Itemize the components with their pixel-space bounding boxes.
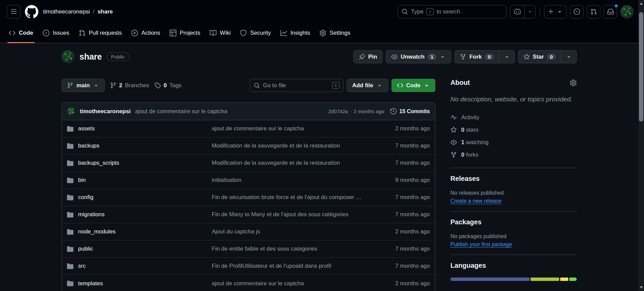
repo-forked-icon <box>450 152 457 158</box>
fork-button[interactable]: Fork 0 <box>454 50 499 63</box>
scroll-down-arrow[interactable] <box>638 285 644 290</box>
create-release-link[interactable]: Create a new release <box>450 198 502 204</box>
table-row: backups Modification de la sauvegarde et… <box>62 137 435 155</box>
language-segment <box>560 278 568 281</box>
branch-selector[interactable]: main <box>62 79 105 92</box>
issues-dashboard-button[interactable] <box>570 5 583 19</box>
tab-issues[interactable]: Issues <box>38 23 74 43</box>
folder-icon <box>67 126 73 132</box>
tab-settings[interactable]: Settings <box>315 23 355 43</box>
tab-security[interactable]: Security <box>235 23 275 43</box>
fork-dropdown-button[interactable] <box>499 50 515 63</box>
row-commit-message-link[interactable]: Fin de Many to Many et de l'ajout des so… <box>212 211 373 218</box>
eye-icon <box>450 139 457 146</box>
branches-link[interactable]: 2 Branches <box>110 82 149 89</box>
tab-projects[interactable]: Projects <box>165 23 205 43</box>
star-icon <box>450 127 457 133</box>
commit-history-link[interactable]: 15 Commits <box>390 108 430 115</box>
copilot-button[interactable] <box>510 5 525 18</box>
hamburger-menu-button[interactable] <box>7 5 20 19</box>
releases-empty-text: No releases published <box>450 190 577 196</box>
commit-sha-time[interactable]: 2d0742a · 2 months ago <box>328 108 384 114</box>
tab-pull-requests[interactable]: Pull requests <box>74 23 127 43</box>
stars-label: stars <box>466 127 478 133</box>
file-name-link[interactable]: migrations <box>78 211 104 218</box>
row-commit-message-link[interactable]: ajout de commentaire sur le captcha <box>212 125 373 132</box>
current-branch-label: main <box>76 82 90 89</box>
activity-link[interactable]: Activity <box>450 111 577 124</box>
vertical-scrollbar[interactable] <box>638 0 644 291</box>
language-bar[interactable] <box>450 278 577 281</box>
file-name-link[interactable]: config <box>78 194 93 201</box>
tab-insights[interactable]: Insights <box>276 23 315 43</box>
file-name-link[interactable]: backups_scripts <box>78 160 119 166</box>
go-to-file-input[interactable]: Go to file t <box>250 79 343 92</box>
fork-count-badge: 0 <box>485 54 494 60</box>
git-pull-request-icon <box>79 30 86 36</box>
publish-package-link[interactable]: Publish your first package <box>450 241 512 247</box>
tab-code[interactable]: Code <box>4 23 38 43</box>
git-branch-icon <box>110 82 116 89</box>
search-placeholder-suffix: to search <box>437 8 460 15</box>
file-name-link[interactable]: public <box>78 246 93 252</box>
star-dropdown-button[interactable] <box>561 50 577 63</box>
scroll-up-arrow[interactable] <box>638 1 644 6</box>
file-name-link[interactable]: backups <box>78 142 99 149</box>
user-avatar[interactable] <box>620 5 634 19</box>
row-commit-message-link[interactable]: Fin de entite faible et des sous categor… <box>212 246 373 252</box>
code-download-button[interactable]: Code <box>392 79 436 92</box>
file-name-link[interactable]: bin <box>78 177 86 184</box>
edit-about-button[interactable] <box>570 79 577 86</box>
unwatch-button[interactable]: Unwatch 1 <box>386 50 451 63</box>
search-icon <box>254 83 260 89</box>
scrollbar-thumb[interactable] <box>639 12 643 122</box>
breadcrumb-owner-link[interactable]: timotheecaronepsi <box>43 8 90 15</box>
search-placeholder-prefix: Type <box>411 8 423 15</box>
row-commit-message-link[interactable]: Modification de la sauvegarde et de la r… <box>212 160 373 166</box>
row-commit-message-link[interactable]: Fin de ProfilUtilisateur et de l'upoald … <box>212 263 373 269</box>
row-commit-message-link[interactable]: initialisation <box>212 177 373 184</box>
file-name-link[interactable]: node_modules <box>78 228 116 235</box>
chevron-down-icon <box>566 54 572 60</box>
latest-commit-bar: timotheecaronepsi ajout de commentaire s… <box>62 103 435 120</box>
tab-wiki[interactable]: Wiki <box>205 23 235 43</box>
row-commit-message-link[interactable]: Ajout du captcha js <box>212 228 373 235</box>
table-row: public Fin de entite faible et des sous … <box>62 240 435 258</box>
tags-label: Tags <box>169 82 181 89</box>
commit-time: 2 months ago <box>353 108 384 114</box>
github-logo[interactable] <box>25 5 38 19</box>
language-segment <box>450 278 530 281</box>
file-name-link[interactable]: assets <box>78 125 95 132</box>
table-icon <box>170 30 176 36</box>
pull-requests-dashboard-button[interactable] <box>587 5 600 19</box>
forks-link[interactable]: 0 forks <box>450 149 577 161</box>
tags-link[interactable]: 0 Tags <box>155 82 181 89</box>
watching-link[interactable]: 1 watching <box>450 136 577 149</box>
global-search-input[interactable]: Type / to search <box>398 5 507 19</box>
packages-section: Packages No packages published Publish y… <box>450 218 577 255</box>
inbox-button[interactable] <box>604 5 617 19</box>
stars-link[interactable]: 0 stars <box>450 124 577 136</box>
create-new-button[interactable] <box>544 5 567 19</box>
commit-author-link[interactable]: timotheecaronepsi <box>80 108 131 115</box>
activity-label: Activity <box>461 114 479 121</box>
file-name-link[interactable]: templates <box>78 280 103 287</box>
repo-owner-avatar <box>62 50 75 63</box>
row-commit-message-link[interactable]: ajout de commentaire sur le captcha <box>212 280 373 287</box>
table-row: config Fin de sécurisation brute force e… <box>62 189 435 206</box>
copilot-dropdown-button[interactable] <box>525 5 535 18</box>
add-file-button[interactable]: Add file <box>347 79 388 92</box>
folder-icon <box>67 263 73 269</box>
pin-button[interactable]: Pin <box>353 50 382 63</box>
shield-icon <box>240 30 247 36</box>
breadcrumb-repo-link[interactable]: share <box>98 8 113 15</box>
repo-nav-tabs: Code Issues Pull requests Actions Projec… <box>0 23 644 43</box>
file-name-link[interactable]: src <box>78 263 86 269</box>
row-commit-message-link[interactable]: Modification de la sauvegarde et de la r… <box>212 142 373 149</box>
commit-message-link[interactable]: ajout de commentaire sur le captcha <box>135 108 227 115</box>
star-button[interactable]: Star 0 <box>518 50 561 63</box>
tab-actions[interactable]: Actions <box>127 23 165 43</box>
row-commit-message-link[interactable]: Fin de sécurisation brute force et de l'… <box>212 194 373 201</box>
chevron-down-icon <box>423 82 430 89</box>
commit-author-avatar[interactable] <box>67 107 75 116</box>
